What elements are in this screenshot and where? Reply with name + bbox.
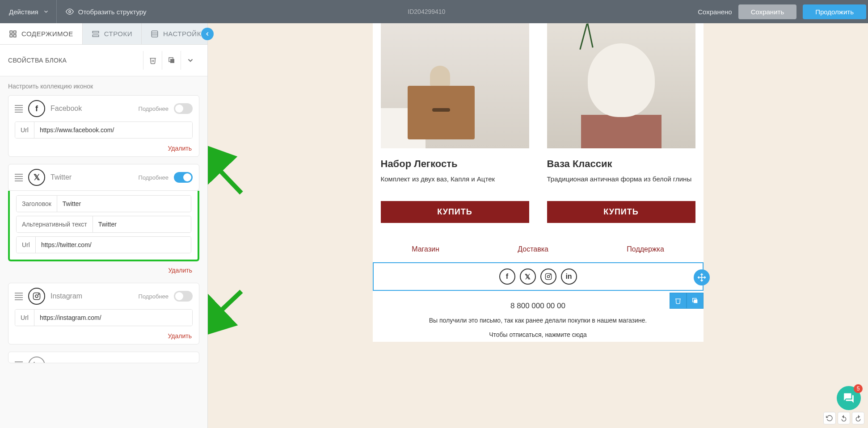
footer-link-shop[interactable]: Магазин bbox=[412, 245, 439, 253]
copy-icon bbox=[168, 56, 176, 64]
rows-icon bbox=[92, 30, 100, 38]
email-canvas[interactable]: Набор Легкость Комплект из двух ваз, Кап… bbox=[373, 23, 704, 342]
svg-line-28 bbox=[208, 146, 241, 193]
drag-handle[interactable] bbox=[15, 174, 23, 181]
facebook-icon: f bbox=[28, 100, 45, 117]
move-icon bbox=[697, 273, 706, 282]
svg-rect-15 bbox=[170, 59, 174, 63]
x-twitter-icon: 𝕏 bbox=[28, 169, 45, 186]
icon-card-next: in bbox=[8, 352, 199, 363]
footer-link-delivery[interactable]: Доставка bbox=[518, 245, 548, 253]
tab-rows[interactable]: СТРОКИ bbox=[83, 23, 142, 44]
canvas-twitter-icon[interactable]: 𝕏 bbox=[520, 269, 536, 285]
product-card-1: Набор Легкость Комплект из двух ваз, Кап… bbox=[381, 23, 529, 223]
delete-twitter-link[interactable]: Удалить bbox=[8, 264, 199, 278]
footer-link-support[interactable]: Поддержка bbox=[627, 245, 664, 253]
drag-handle[interactable] bbox=[15, 293, 23, 300]
social-name-label: Instagram bbox=[51, 292, 133, 300]
canvas-linkedin-icon[interactable]: in bbox=[561, 269, 577, 285]
block-delete-button[interactable] bbox=[670, 293, 687, 309]
url-input-twitter[interactable] bbox=[36, 237, 191, 253]
url-row-facebook: Url bbox=[15, 122, 193, 138]
title-input-twitter[interactable] bbox=[57, 196, 191, 212]
block-properties-header: СВОЙСТВА БЛОКА bbox=[0, 45, 207, 76]
document-id: ID204299410 bbox=[408, 8, 445, 15]
icon-card-twitter-expanded: Заголовок Альтернативный текст Url bbox=[8, 191, 199, 261]
url-input-instagram[interactable] bbox=[34, 310, 192, 326]
icon-card-facebook: f Facebook Подробнее Url Удалить bbox=[8, 95, 199, 157]
grid-icon bbox=[9, 30, 17, 38]
delete-block-button[interactable] bbox=[143, 51, 162, 70]
continue-button[interactable]: Продолжить bbox=[803, 4, 866, 19]
buy-button-1[interactable]: КУПИТЬ bbox=[381, 201, 529, 223]
expand-toggle-twitter[interactable] bbox=[174, 172, 193, 183]
trash-icon bbox=[674, 297, 682, 304]
actions-dropdown[interactable]: Действия bbox=[2, 0, 57, 23]
sidebar: СОДЕРЖИМОЕ СТРОКИ НАСТРОЙКИ bbox=[0, 23, 208, 428]
save-button[interactable]: Сохранить bbox=[738, 4, 797, 19]
social-block-wrapper: f 𝕏 in bbox=[373, 262, 704, 291]
tab-content[interactable]: СОДЕРЖИМОЕ bbox=[0, 23, 83, 44]
redo-icon bbox=[855, 415, 862, 422]
canvas-instagram-icon[interactable] bbox=[540, 269, 556, 285]
svg-point-21 bbox=[547, 275, 549, 277]
product-image-1 bbox=[381, 23, 529, 148]
delete-facebook-link[interactable]: Удалить bbox=[8, 142, 199, 156]
url-label: Url bbox=[15, 122, 34, 138]
tab-settings-label: НАСТРОЙКИ bbox=[163, 30, 206, 38]
tab-content-label: СОДЕРЖИМОЕ bbox=[21, 30, 73, 38]
saved-status: Сохранено bbox=[698, 8, 732, 16]
collapse-sidebar-button[interactable] bbox=[201, 28, 214, 40]
eye-icon bbox=[66, 8, 74, 16]
block-duplicate-button[interactable] bbox=[687, 293, 704, 309]
buy-button-2[interactable]: КУПИТЬ bbox=[547, 201, 695, 223]
copy-icon bbox=[691, 297, 699, 304]
svg-rect-2 bbox=[14, 31, 16, 33]
more-label: Подробнее bbox=[139, 174, 169, 181]
svg-point-0 bbox=[68, 11, 71, 13]
footer-links: Магазин Доставка Поддержка bbox=[373, 236, 704, 262]
drag-handle[interactable] bbox=[15, 105, 23, 113]
product-image-2 bbox=[547, 23, 695, 148]
disclaimer-line-2: Чтобы отписаться, нажмите сюда bbox=[373, 327, 704, 342]
redo-button[interactable] bbox=[852, 412, 864, 424]
history-button[interactable] bbox=[823, 412, 836, 424]
url-label: Url bbox=[15, 310, 34, 326]
alt-row-twitter: Альтернативный текст bbox=[16, 216, 191, 233]
undo-button[interactable] bbox=[838, 412, 850, 424]
panel-title: СВОЙСТВА БЛОКА bbox=[8, 57, 67, 64]
svg-rect-4 bbox=[10, 34, 12, 37]
more-label: Подробнее bbox=[139, 105, 169, 112]
svg-point-19 bbox=[38, 294, 39, 295]
undo-icon bbox=[840, 415, 847, 422]
url-input-facebook[interactable] bbox=[34, 122, 192, 138]
canvas-facebook-icon[interactable]: f bbox=[499, 269, 515, 285]
show-structure-toggle[interactable]: Отобразить структуру bbox=[57, 8, 156, 16]
product-desc-1: Комплект из двух ваз, Капля и Ацтек bbox=[381, 174, 529, 194]
social-name-label: Twitter bbox=[51, 173, 133, 181]
svg-rect-5 bbox=[93, 31, 99, 33]
chevron-left-icon bbox=[204, 31, 211, 37]
chat-widget[interactable]: 5 bbox=[837, 386, 861, 410]
top-toolbar: Действия Отобразить структуру ID20429941… bbox=[0, 0, 868, 23]
duplicate-block-button[interactable] bbox=[162, 51, 181, 70]
history-controls bbox=[823, 412, 864, 424]
disclaimer-line-1: Вы получили это письмо, так как ранее де… bbox=[373, 313, 704, 327]
expand-toggle-facebook[interactable] bbox=[174, 103, 193, 114]
product-title-1: Набор Легкость bbox=[381, 158, 529, 170]
drag-handle[interactable] bbox=[15, 361, 23, 364]
phone-text: 8 800 000 00 00 bbox=[373, 291, 704, 313]
svg-rect-7 bbox=[152, 31, 158, 37]
delete-instagram-link[interactable]: Удалить bbox=[8, 330, 199, 344]
collapse-panel-button[interactable] bbox=[181, 51, 199, 70]
url-label: Url bbox=[17, 237, 36, 253]
selected-social-block[interactable]: f 𝕏 in bbox=[373, 262, 704, 291]
panel-subtitle: Настроить коллекцию иконок bbox=[8, 83, 199, 90]
canvas-area[interactable]: Набор Легкость Комплект из двух ваз, Кап… bbox=[208, 23, 868, 428]
instagram-icon bbox=[28, 288, 45, 305]
chevron-down-icon bbox=[43, 8, 49, 15]
move-block-handle[interactable] bbox=[694, 269, 710, 285]
alt-input-twitter[interactable] bbox=[93, 216, 191, 232]
tab-rows-label: СТРОКИ bbox=[104, 30, 132, 38]
expand-toggle-instagram[interactable] bbox=[174, 291, 193, 302]
